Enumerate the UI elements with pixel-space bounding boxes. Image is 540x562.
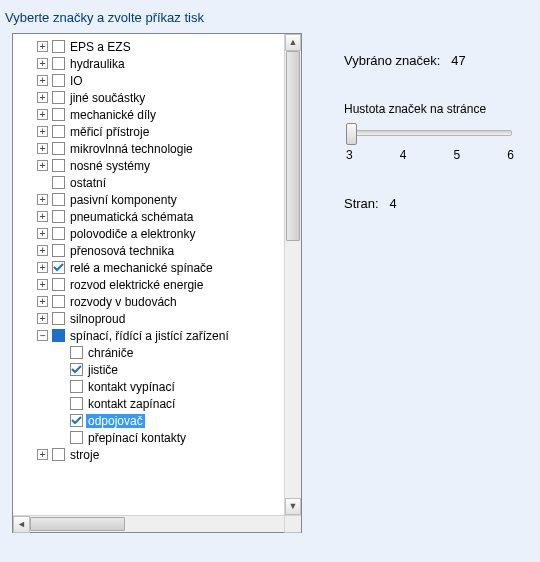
tree-item[interactable]: kontakt zapínací — [13, 395, 301, 412]
expand-icon[interactable]: + — [37, 126, 48, 137]
tree-item-label[interactable]: přenosová technika — [68, 244, 176, 258]
scroll-up-button[interactable]: ▲ — [285, 34, 301, 51]
expand-icon[interactable]: + — [37, 143, 48, 154]
expand-icon[interactable]: + — [37, 228, 48, 239]
tree-item-label[interactable]: nosné systémy — [68, 159, 152, 173]
tree-checkbox[interactable] — [52, 108, 65, 121]
tree-item-label[interactable]: rozvod elektrické energie — [68, 278, 205, 292]
tree-item-label[interactable]: kontakt zapínací — [86, 397, 177, 411]
tree-checkbox[interactable] — [52, 329, 65, 342]
vertical-scroll-thumb[interactable] — [286, 51, 300, 241]
scroll-left-button[interactable]: ◄ — [13, 516, 30, 533]
tree-item-label[interactable]: kontakt vypínací — [86, 380, 177, 394]
tree-item[interactable]: jističe — [13, 361, 301, 378]
expand-icon[interactable]: + — [37, 313, 48, 324]
tree-checkbox[interactable] — [52, 210, 65, 223]
scroll-down-button[interactable]: ▼ — [285, 498, 301, 515]
expand-icon[interactable]: + — [37, 58, 48, 69]
collapse-icon[interactable]: − — [37, 330, 48, 341]
horizontal-scrollbar[interactable]: ◄ ► — [13, 515, 301, 532]
expand-icon[interactable]: + — [37, 449, 48, 460]
expand-icon[interactable]: + — [37, 211, 48, 222]
tree-checkbox[interactable] — [52, 142, 65, 155]
tree-item-label[interactable]: IO — [68, 74, 85, 88]
expand-icon[interactable]: + — [37, 296, 48, 307]
tree-checkbox[interactable] — [52, 227, 65, 240]
tree-checkbox[interactable] — [52, 261, 65, 274]
tree-item[interactable]: −spínací, řídící a jistící zařízení — [13, 327, 301, 344]
tree-item[interactable]: +stroje — [13, 446, 301, 463]
tree-item[interactable]: +silnoproud — [13, 310, 301, 327]
tree-item[interactable]: +mikrovlnná technologie — [13, 140, 301, 157]
expand-icon[interactable]: + — [37, 262, 48, 273]
tree-item[interactable]: +mechanické díly — [13, 106, 301, 123]
tree-item-label[interactable]: stroje — [68, 448, 101, 462]
tree-item[interactable]: +hydraulika — [13, 55, 301, 72]
tree-item-label[interactable]: mechanické díly — [68, 108, 158, 122]
tree-item-label[interactable]: jiné součástky — [68, 91, 147, 105]
tree-item[interactable]: přepínací kontakty — [13, 429, 301, 446]
tree-item[interactable]: kontakt vypínací — [13, 378, 301, 395]
vertical-scroll-track[interactable] — [285, 51, 301, 498]
tree-item-label[interactable]: silnoproud — [68, 312, 127, 326]
tree-checkbox[interactable] — [70, 431, 83, 444]
tree-checkbox[interactable] — [70, 346, 83, 359]
tree-checkbox[interactable] — [70, 397, 83, 410]
density-slider[interactable] — [348, 130, 512, 136]
expand-icon[interactable]: + — [37, 279, 48, 290]
tree-item-label[interactable]: relé a mechanické spínače — [68, 261, 215, 275]
tree-item[interactable]: odpojovač — [13, 412, 301, 429]
tree-item-label[interactable]: rozvody v budovách — [68, 295, 179, 309]
tree-checkbox[interactable] — [52, 244, 65, 257]
tree-item-label[interactable]: chrániče — [86, 346, 135, 360]
tree-checkbox[interactable] — [52, 74, 65, 87]
horizontal-scroll-track[interactable] — [30, 516, 284, 532]
tree-item-label[interactable]: polovodiče a elektronky — [68, 227, 197, 241]
tree-item[interactable]: +měřicí přístroje — [13, 123, 301, 140]
vertical-scrollbar[interactable]: ▲ ▼ — [284, 34, 301, 515]
expand-icon[interactable]: + — [37, 245, 48, 256]
tree-checkbox[interactable] — [52, 125, 65, 138]
tree-item-label[interactable]: EPS a EZS — [68, 40, 133, 54]
tree-checkbox[interactable] — [52, 295, 65, 308]
tree-item-label[interactable]: mikrovlnná technologie — [68, 142, 195, 156]
expand-icon[interactable]: + — [37, 92, 48, 103]
tree-item[interactable]: +pasivní komponenty — [13, 191, 301, 208]
tree-checkbox[interactable] — [52, 193, 65, 206]
tree-item[interactable]: +nosné systémy — [13, 157, 301, 174]
tree-item[interactable]: +přenosová technika — [13, 242, 301, 259]
tree-item[interactable]: +relé a mechanické spínače — [13, 259, 301, 276]
expand-icon[interactable]: + — [37, 194, 48, 205]
tree-checkbox[interactable] — [52, 91, 65, 104]
tree-item-label[interactable]: ostatní — [68, 176, 108, 190]
tree-item[interactable]: +polovodiče a elektronky — [13, 225, 301, 242]
expand-icon[interactable]: + — [37, 75, 48, 86]
tree-checkbox[interactable] — [52, 40, 65, 53]
tree-item-label[interactable]: jističe — [86, 363, 120, 377]
tree-item-label[interactable]: pneumatická schémata — [68, 210, 195, 224]
tree-checkbox[interactable] — [52, 278, 65, 291]
tree-item[interactable]: +rozvod elektrické energie — [13, 276, 301, 293]
tree-item-label[interactable]: pasivní komponenty — [68, 193, 179, 207]
tree-checkbox[interactable] — [70, 363, 83, 376]
expand-icon[interactable]: + — [37, 109, 48, 120]
tree-item[interactable]: +pneumatická schémata — [13, 208, 301, 225]
expand-icon[interactable]: + — [37, 41, 48, 52]
tree-item[interactable]: +EPS a EZS — [13, 38, 301, 55]
tree-checkbox[interactable] — [52, 57, 65, 70]
tree-item-label[interactable]: spínací, řídící a jistící zařízení — [68, 329, 231, 343]
tree-item[interactable]: +IO — [13, 72, 301, 89]
tree-item-label[interactable]: měřicí přístroje — [68, 125, 151, 139]
expand-icon[interactable]: + — [37, 160, 48, 171]
tree-item[interactable]: +jiné součástky — [13, 89, 301, 106]
horizontal-scroll-thumb[interactable] — [30, 517, 125, 531]
density-slider-thumb[interactable] — [346, 123, 357, 145]
tree-item[interactable]: chrániče — [13, 344, 301, 361]
tree-item-label[interactable]: přepínací kontakty — [86, 431, 188, 445]
tree-checkbox[interactable] — [52, 176, 65, 189]
tree-checkbox[interactable] — [52, 448, 65, 461]
tree-checkbox[interactable] — [70, 414, 83, 427]
tree-item[interactable]: +rozvody v budovách — [13, 293, 301, 310]
tree-checkbox[interactable] — [70, 380, 83, 393]
tree-item[interactable]: ostatní — [13, 174, 301, 191]
